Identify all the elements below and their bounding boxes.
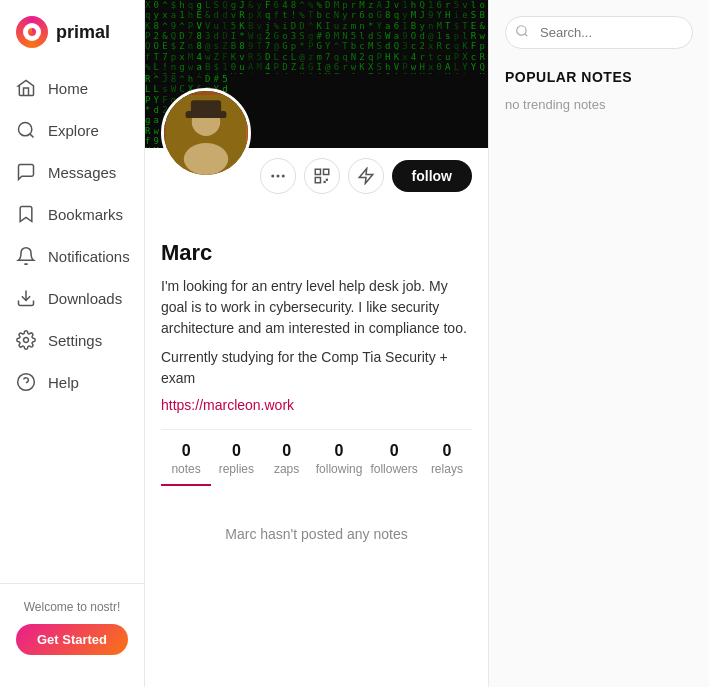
sidebar: primal Home Explore Messages xyxy=(0,0,145,687)
profile-bio: I'm looking for an entry level help desk… xyxy=(161,276,472,339)
stat-relays-label: relays xyxy=(431,462,463,476)
svg-marker-24 xyxy=(359,169,373,184)
search-box xyxy=(505,16,693,49)
stat-followers-count: 0 xyxy=(390,442,399,460)
help-icon xyxy=(16,372,36,392)
sidebar-item-help-label: Help xyxy=(48,374,79,391)
stat-replies-label: replies xyxy=(219,462,254,476)
stat-relays-count: 0 xyxy=(442,442,451,460)
svg-rect-14 xyxy=(315,169,320,174)
sidebar-item-explore[interactable]: Explore xyxy=(0,110,144,150)
more-options-button[interactable] xyxy=(260,158,296,194)
right-sidebar: POPULAR NOTES no trending notes xyxy=(489,0,709,687)
get-started-button[interactable]: Get Started xyxy=(16,624,128,655)
qr-code-button[interactable] xyxy=(304,158,340,194)
search-icon xyxy=(515,24,529,42)
stat-following-count: 0 xyxy=(335,442,344,460)
download-icon xyxy=(16,288,36,308)
sidebar-item-bookmarks-label: Bookmarks xyxy=(48,206,123,223)
svg-rect-10 xyxy=(191,100,221,114)
stat-notes-label: notes xyxy=(171,462,200,476)
zap-button[interactable] xyxy=(348,158,384,194)
sidebar-item-bookmarks[interactable]: Bookmarks xyxy=(0,194,144,234)
sidebar-item-notifications[interactable]: Notifications xyxy=(0,236,144,276)
stat-followers-label: followers xyxy=(370,462,417,476)
profile-name: Marc xyxy=(161,204,472,266)
sidebar-item-downloads[interactable]: Downloads xyxy=(0,278,144,318)
svg-point-3 xyxy=(24,338,29,343)
stat-notes-count: 0 xyxy=(182,442,191,460)
svg-rect-16 xyxy=(315,178,320,183)
explore-icon xyxy=(16,120,36,140)
search-input[interactable] xyxy=(505,16,693,49)
sidebar-item-settings-label: Settings xyxy=(48,332,102,349)
avatar-wrapper xyxy=(161,88,251,178)
avatar xyxy=(161,88,251,178)
bookmarks-icon xyxy=(16,204,36,224)
stat-replies-count: 0 xyxy=(232,442,241,460)
stat-following-label: following xyxy=(316,462,363,476)
sidebar-item-explore-label: Explore xyxy=(48,122,99,139)
stat-relays[interactable]: 0 relays xyxy=(422,430,472,486)
svg-point-13 xyxy=(282,175,284,177)
sidebar-bottom: Welcome to nostr! Get Started xyxy=(0,583,144,671)
stat-notes[interactable]: 0 notes xyxy=(161,430,211,486)
stat-zaps-count: 0 xyxy=(282,442,291,460)
empty-notes-text: Marc hasn't posted any notes xyxy=(225,526,407,542)
popular-notes-title: POPULAR NOTES xyxy=(505,69,693,85)
svg-point-11 xyxy=(272,175,274,177)
avatar-placeholder xyxy=(164,91,248,175)
messages-icon xyxy=(16,162,36,182)
svg-point-12 xyxy=(277,175,279,177)
profile-studying: Currently studying for the Comp Tia Secu… xyxy=(161,347,472,389)
settings-icon xyxy=(16,330,36,350)
welcome-text: Welcome to nostr! xyxy=(16,600,128,614)
stat-following[interactable]: 0 following xyxy=(312,430,367,486)
sidebar-item-downloads-label: Downloads xyxy=(48,290,122,307)
stat-zaps[interactable]: 0 zaps xyxy=(261,430,311,486)
svg-rect-15 xyxy=(323,169,328,174)
main-content: X q K P Q f % % 9 O K o i I y ^ y & 9 u … xyxy=(145,0,489,687)
sidebar-item-messages-label: Messages xyxy=(48,164,116,181)
svg-point-0 xyxy=(19,123,32,136)
svg-point-4 xyxy=(18,374,35,391)
sidebar-item-settings[interactable]: Settings xyxy=(0,320,144,360)
logo-area[interactable]: primal xyxy=(0,16,144,68)
follow-button[interactable]: follow xyxy=(392,160,472,192)
bell-icon xyxy=(16,246,36,266)
profile-website[interactable]: https://marcleon.work xyxy=(161,397,472,413)
stat-zaps-label: zaps xyxy=(274,462,299,476)
sidebar-item-home-label: Home xyxy=(48,80,88,97)
stat-replies[interactable]: 0 replies xyxy=(211,430,261,486)
stat-followers[interactable]: 0 followers xyxy=(366,430,421,486)
sidebar-item-help[interactable]: Help xyxy=(0,362,144,402)
home-icon xyxy=(16,78,36,98)
app-name: primal xyxy=(56,22,110,43)
svg-point-25 xyxy=(517,25,526,34)
empty-notes-state: Marc hasn't posted any notes xyxy=(161,486,472,582)
stats-row: 0 notes 0 replies 0 zaps 0 following 0 f… xyxy=(161,429,472,486)
sidebar-item-notifications-label: Notifications xyxy=(48,248,130,265)
sidebar-item-home[interactable]: Home xyxy=(0,68,144,108)
no-trending-text: no trending notes xyxy=(505,97,693,112)
svg-line-1 xyxy=(30,134,34,138)
svg-line-26 xyxy=(525,33,528,36)
profile-section: follow Marc I'm looking for an entry lev… xyxy=(145,148,488,582)
logo-icon xyxy=(16,16,48,48)
svg-point-8 xyxy=(184,143,228,175)
nav-menu: Home Explore Messages Bookmarks xyxy=(0,68,144,583)
sidebar-item-messages[interactable]: Messages xyxy=(0,152,144,192)
